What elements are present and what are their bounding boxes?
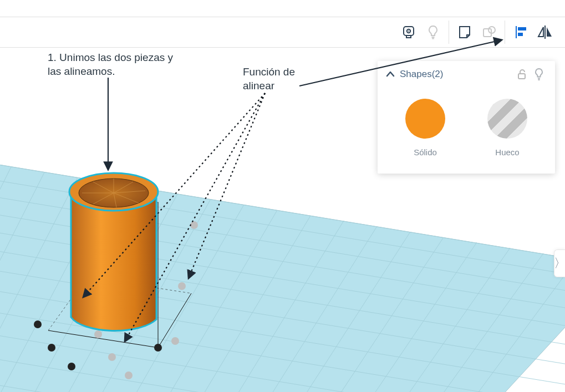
svg-point-2	[408, 30, 409, 32]
svg-rect-8	[518, 27, 526, 30]
shapes-panel-body: Sólido Hueco	[378, 88, 555, 174]
shapes-panel-header: Shapes(2)	[378, 61, 555, 88]
note-button[interactable]	[452, 20, 477, 44]
expand-sidebar-handle[interactable]: 〉	[554, 250, 565, 277]
visibility-button[interactable]	[396, 20, 421, 44]
annotation-align-label: Función de alinear	[243, 65, 295, 93]
svg-point-59	[125, 371, 133, 379]
hole-swatch	[487, 99, 527, 139]
hint-button[interactable]	[421, 20, 445, 44]
unlock-icon	[516, 68, 528, 80]
mirror-icon	[537, 24, 553, 40]
hint-bulb-icon	[425, 24, 441, 40]
svg-point-58	[68, 363, 75, 370]
cylinder-object[interactable]	[69, 173, 158, 331]
mirror-button[interactable]	[533, 20, 557, 44]
svg-point-54	[94, 330, 102, 338]
hole-label: Hueco	[495, 147, 519, 157]
lock-button[interactable]	[514, 68, 531, 80]
panel-title: Shapes(2)	[398, 69, 514, 80]
solid-option[interactable]: Sólido	[405, 99, 445, 157]
group-icon	[481, 24, 497, 40]
solid-swatch	[405, 99, 445, 139]
shapes-panel: Shapes(2) Sólido Hueco	[378, 61, 555, 174]
hole-option[interactable]: Hueco	[487, 99, 527, 157]
visibility-icon	[400, 24, 417, 40]
toolbar-separator	[505, 21, 505, 44]
align-icon	[513, 24, 528, 40]
visibility-bulb-button[interactable]	[531, 68, 547, 81]
bulb-icon	[533, 68, 545, 81]
annotation-step-text: 1. Unimos las dos piezas y las alineamos…	[48, 51, 173, 78]
svg-point-57	[171, 337, 179, 345]
toolbar-separator	[449, 21, 449, 44]
solid-label: Sólido	[414, 147, 437, 157]
align-button[interactable]	[508, 20, 533, 44]
group-button[interactable]	[477, 20, 501, 44]
svg-rect-9	[518, 33, 523, 36]
svg-point-60	[154, 344, 162, 352]
chevron-right-icon: 〉	[554, 255, 566, 272]
top-toolbar	[0, 17, 565, 48]
svg-point-56	[108, 353, 116, 361]
note-icon	[457, 24, 472, 40]
svg-point-50	[190, 221, 198, 229]
svg-point-53	[34, 320, 42, 328]
chevron-up-icon	[385, 69, 395, 79]
svg-point-55	[48, 344, 55, 352]
svg-rect-71	[518, 74, 525, 79]
collapse-panel-button[interactable]	[383, 69, 398, 79]
svg-point-51	[178, 282, 186, 290]
